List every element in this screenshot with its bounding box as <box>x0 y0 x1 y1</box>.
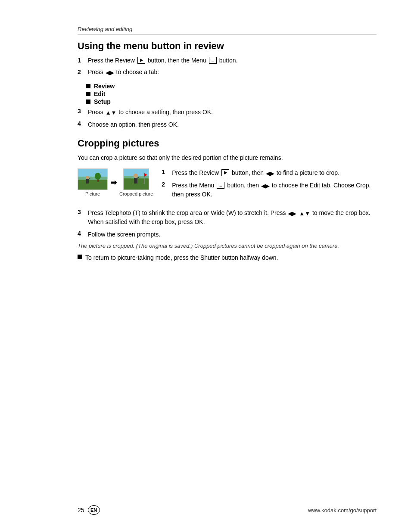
crop-step-num-4: 4 <box>78 230 86 237</box>
cropping-section: Cropping pictures You can crop a picture… <box>78 138 377 262</box>
cropping-intro: You can crop a picture so that only the … <box>78 153 377 162</box>
crop-step-num-1: 1 <box>162 168 170 175</box>
picture-label: Picture <box>85 191 100 196</box>
tab-setup: Setup <box>86 98 377 105</box>
lr-arrow-icon4: ◀▶ <box>288 209 296 218</box>
section-divider <box>78 34 377 34</box>
bullet-text: To return to picture-taking mode, press … <box>85 253 278 262</box>
svg-rect-1 <box>78 180 108 190</box>
italic-note: The picture is cropped. (The original is… <box>78 243 377 249</box>
tab-edit: Edit <box>86 90 377 97</box>
crop-step-4-text: Follow the screen prompts. <box>88 230 377 239</box>
step-num-2: 2 <box>78 68 86 77</box>
menu-icon <box>209 57 217 64</box>
footer-website: www.kodak.com/go/support <box>308 507 377 513</box>
crop-step-1: 1 Press the Review button, then ◀▶ to fi… <box>162 168 377 177</box>
picture-thumb <box>78 168 108 190</box>
page: Reviewing and editing Using the menu but… <box>0 0 411 532</box>
step-2: 2 Press ◀▶ to choose a tab: <box>78 68 377 77</box>
step-3-text: Press ▲▼ to choose a setting, then press… <box>88 108 377 117</box>
lr-arrow-icon3: ◀▶ <box>261 182 270 190</box>
lr-arrow-icon2: ◀▶ <box>266 169 274 178</box>
cropped-thumb <box>123 168 149 190</box>
menu-icon2 <box>217 182 224 189</box>
tab-review: Review <box>86 83 377 90</box>
section1-steps: 1 Press the Review button, then the Menu… <box>78 56 377 77</box>
svg-point-7 <box>95 173 101 180</box>
cropped-label: Cropped picture <box>119 191 153 196</box>
arrow-right-icon: ➡ <box>110 178 117 187</box>
crop-step-3-text: Press Telephoto (T) to shrink the crop a… <box>88 208 377 227</box>
picture-svg <box>78 169 108 190</box>
cropped-svg <box>124 169 149 190</box>
crop-step-num-3: 3 <box>78 208 86 215</box>
step-num-1: 1 <box>78 56 86 65</box>
image-row: Picture ➡ <box>78 168 153 196</box>
section-label: Reviewing and editing <box>78 26 377 32</box>
cropped-box: Cropped picture <box>119 168 153 196</box>
step-num-4: 4 <box>78 120 86 127</box>
bullet-icon <box>86 84 90 88</box>
step-3: 3 Press ▲▼ to choose a setting, then pre… <box>78 108 377 117</box>
cropping-content: Picture ➡ <box>78 168 377 202</box>
picture-box: Picture <box>78 168 108 196</box>
crop-step-1-text: Press the Review button, then ◀▶ to find… <box>172 168 377 177</box>
crop-step-2-text: Press the Menu button, then ◀▶ to choose… <box>172 181 377 199</box>
tab-list: Review Edit Setup <box>86 83 377 105</box>
footer: 25 EN www.kodak.com/go/support <box>0 505 411 515</box>
step-4: 4 Choose an option, then press OK. <box>78 120 377 129</box>
ud-arrow-icon2: ▲▼ <box>299 209 310 218</box>
review-play-icon2 <box>221 169 229 176</box>
lr-arrow-icon: ◀▶ <box>106 68 114 77</box>
image-area: Picture ➡ <box>78 168 153 196</box>
crop-step-2: 2 Press the Menu button, then ◀▶ to choo… <box>162 181 377 199</box>
footer-left: 25 EN <box>78 505 100 515</box>
ud-arrow-icon: ▲▼ <box>106 109 117 117</box>
crop-step-4: 4 Follow the screen prompts. <box>78 230 377 239</box>
bullet-line: To return to picture-taking mode, press … <box>78 253 377 262</box>
step-2-text: Press ◀▶ to choose a tab: <box>88 68 377 77</box>
bullet-icon <box>86 92 90 96</box>
en-badge: EN <box>88 505 100 515</box>
review-play-icon <box>137 57 145 64</box>
step-4-text: Choose an option, then press OK. <box>88 120 377 129</box>
step-1: 1 Press the Review button, then the Menu… <box>78 56 377 65</box>
page-number: 25 <box>78 507 84 513</box>
bullet-icon <box>86 100 90 104</box>
crop-step-num-2: 2 <box>162 181 170 188</box>
crop-step-3: 3 Press Telephoto (T) to shrink the crop… <box>78 208 377 227</box>
svg-point-11 <box>134 174 138 178</box>
cropping-steps-col: 1 Press the Review button, then ◀▶ to fi… <box>162 168 377 202</box>
step-1-text: Press the Review button, then the Menu b… <box>88 56 377 65</box>
step-num-3: 3 <box>78 108 86 115</box>
section1-title: Using the menu button in review <box>78 40 377 52</box>
svg-rect-2 <box>78 177 108 180</box>
section2-title: Cropping pictures <box>78 138 377 149</box>
bullet-sq-icon <box>78 255 82 259</box>
svg-point-3 <box>86 176 89 179</box>
